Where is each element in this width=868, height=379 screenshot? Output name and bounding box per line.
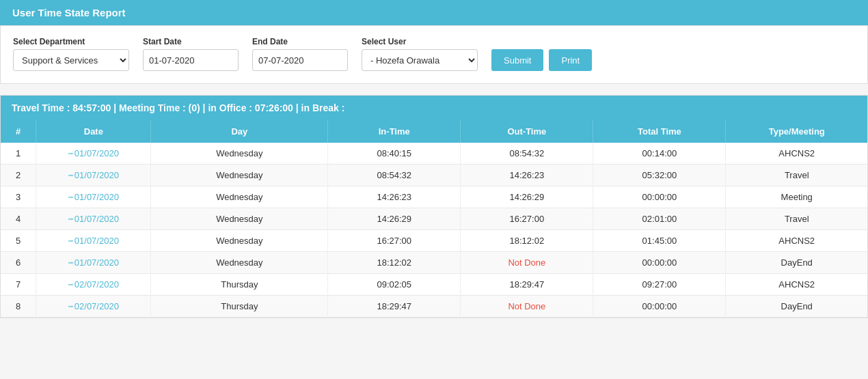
user-select[interactable]: - Hozefa Orawala: [362, 49, 478, 71]
end-date-group: End Date: [252, 37, 348, 71]
cell-type: AHCNS2: [726, 274, 867, 296]
start-date-label: Start Date: [143, 37, 239, 46]
col-header-outtime: Out-Time: [461, 120, 593, 143]
page-title: User Time State Report: [12, 7, 126, 18]
cell-date: ┉01/07/2020: [36, 186, 151, 208]
cell-outtime: 14:26:23: [461, 165, 593, 186]
cell-date: ┉02/07/2020: [36, 274, 151, 296]
cell-type: Travel: [726, 208, 867, 230]
col-header-intime: In-Time: [328, 120, 461, 143]
cell-day: Wednesday: [151, 208, 328, 230]
col-header-totaltime: Total Time: [593, 120, 726, 143]
cell-intime: 14:26:23: [328, 186, 461, 208]
cell-type: Travel: [726, 165, 867, 186]
cell-date: ┉01/07/2020: [36, 252, 151, 274]
cell-day: Wednesday: [151, 143, 328, 165]
col-header-type: Type/Meeting: [726, 120, 867, 143]
table-row: 4 ┉01/07/2020 Wednesday 14:26:29 16:27:0…: [1, 208, 867, 230]
user-label: Select User: [362, 37, 478, 46]
col-header-num: #: [1, 120, 36, 143]
end-date-label: End Date: [252, 37, 348, 46]
cell-day: Thursday: [151, 296, 328, 318]
cell-intime: 08:54:32: [328, 165, 461, 186]
location-icon: ┉: [68, 302, 73, 311]
department-group: Select Department Support & Services: [13, 37, 129, 71]
location-icon: ┉: [68, 171, 73, 180]
location-icon: ┉: [68, 236, 73, 246]
cell-type: AHCNS2: [726, 230, 867, 252]
cell-day: Wednesday: [151, 252, 328, 274]
cell-type: AHCNS2: [726, 143, 867, 165]
cell-num: 1: [1, 143, 36, 165]
cell-intime: 18:29:47: [328, 296, 461, 318]
cell-type: DayEnd: [726, 296, 867, 318]
cell-num: 4: [1, 208, 36, 230]
cell-date: ┉01/07/2020: [36, 230, 151, 252]
button-group: Submit Print: [491, 49, 592, 71]
cell-outtime: 18:12:02: [461, 230, 593, 252]
cell-date: ┉01/07/2020: [36, 143, 151, 165]
cell-totaltime: 01:45:00: [593, 230, 726, 252]
cell-num: 5: [1, 230, 36, 252]
cell-totaltime: 02:01:00: [593, 208, 726, 230]
start-date-input[interactable]: [143, 49, 239, 71]
department-label: Select Department: [13, 37, 129, 46]
table-row: 3 ┉01/07/2020 Wednesday 14:26:23 14:26:2…: [1, 186, 867, 208]
cell-date: ┉02/07/2020: [36, 296, 151, 318]
cell-totaltime: 09:27:00: [593, 274, 726, 296]
filter-panel: Select Department Support & Services Sta…: [0, 25, 868, 84]
summary-bar: Travel Time : 84:57:00 | Meeting Time : …: [1, 96, 867, 120]
cell-num: 6: [1, 252, 36, 274]
table-row: 5 ┉01/07/2020 Wednesday 16:27:00 18:12:0…: [1, 230, 867, 252]
cell-outtime: 08:54:32: [461, 143, 593, 165]
table-body: 1 ┉01/07/2020 Wednesday 08:40:15 08:54:3…: [1, 143, 867, 318]
cell-intime: 16:27:00: [328, 230, 461, 252]
table-row: 2 ┉01/07/2020 Wednesday 08:54:32 14:26:2…: [1, 165, 867, 186]
cell-intime: 09:02:05: [328, 274, 461, 296]
page-header: User Time State Report: [0, 0, 868, 25]
table-head: # Date Day In-Time Out-Time Total Time T…: [1, 120, 867, 143]
col-header-day: Day: [151, 120, 328, 143]
cell-outtime: 16:27:00: [461, 208, 593, 230]
cell-totaltime: 00:00:00: [593, 252, 726, 274]
cell-date: ┉01/07/2020: [36, 165, 151, 186]
cell-num: 7: [1, 274, 36, 296]
cell-type: DayEnd: [726, 252, 867, 274]
location-icon: ┉: [68, 280, 73, 290]
cell-num: 3: [1, 186, 36, 208]
user-group: Select User - Hozefa Orawala: [362, 37, 478, 71]
location-icon: ┉: [68, 258, 73, 268]
cell-outtime: Not Done: [461, 252, 593, 274]
location-icon: ┉: [68, 214, 73, 224]
cell-day: Wednesday: [151, 165, 328, 186]
end-date-input[interactable]: [252, 49, 348, 71]
cell-totaltime: 00:14:00: [593, 143, 726, 165]
cell-outtime: Not Done: [461, 296, 593, 318]
cell-day: Wednesday: [151, 186, 328, 208]
submit-button[interactable]: Submit: [491, 49, 543, 71]
department-select[interactable]: Support & Services: [13, 49, 129, 71]
data-table: # Date Day In-Time Out-Time Total Time T…: [1, 120, 867, 318]
cell-type: Meeting: [726, 186, 867, 208]
cell-intime: 08:40:15: [328, 143, 461, 165]
cell-day: Thursday: [151, 274, 328, 296]
cell-outtime: 14:26:29: [461, 186, 593, 208]
table-row: 8 ┉02/07/2020 Thursday 18:29:47 Not Done…: [1, 296, 867, 318]
cell-num: 2: [1, 165, 36, 186]
print-button[interactable]: Print: [549, 49, 592, 71]
cell-totaltime: 00:00:00: [593, 186, 726, 208]
location-icon: ┉: [68, 193, 73, 202]
cell-outtime: 18:29:47: [461, 274, 593, 296]
table-row: 1 ┉01/07/2020 Wednesday 08:40:15 08:54:3…: [1, 143, 867, 165]
table-header-row: # Date Day In-Time Out-Time Total Time T…: [1, 120, 867, 143]
cell-num: 8: [1, 296, 36, 318]
cell-totaltime: 05:32:00: [593, 165, 726, 186]
table-row: 7 ┉02/07/2020 Thursday 09:02:05 18:29:47…: [1, 274, 867, 296]
table-panel: Travel Time : 84:57:00 | Meeting Time : …: [0, 95, 868, 318]
cell-intime: 14:26:29: [328, 208, 461, 230]
location-icon: ┉: [68, 149, 73, 158]
start-date-group: Start Date: [143, 37, 239, 71]
summary-text: Travel Time : 84:57:00 | Meeting Time : …: [12, 102, 344, 113]
cell-totaltime: 00:00:00: [593, 296, 726, 318]
cell-day: Wednesday: [151, 230, 328, 252]
